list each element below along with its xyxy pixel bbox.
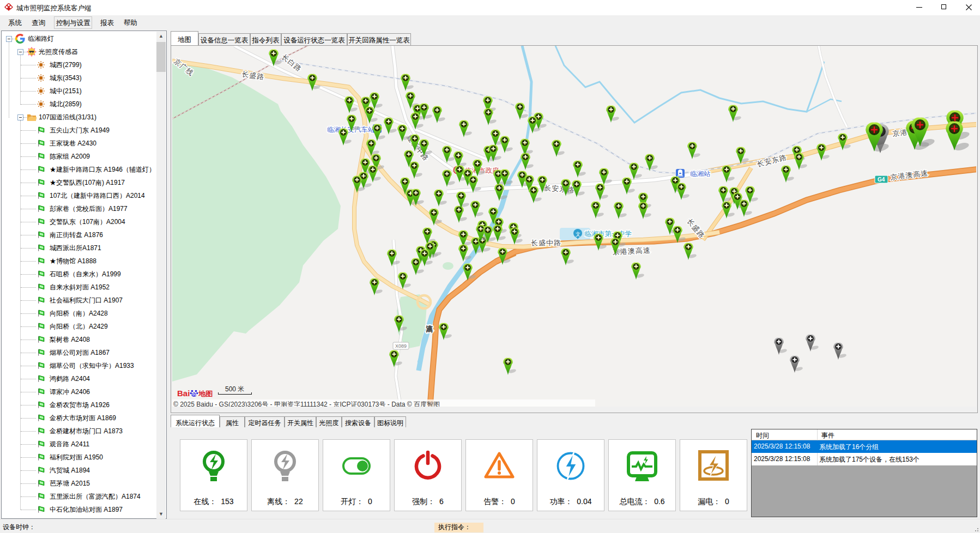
svg-text:临湘站: 临湘站 (690, 170, 711, 178)
svg-text:长盛中路: 长盛中路 (531, 239, 561, 247)
svg-text:临湘市第一中学: 临湘市第一中学 (584, 230, 632, 238)
svg-text:X089: X089 (395, 343, 407, 349)
svg-text:du: du (192, 392, 197, 396)
svg-text:文: 文 (576, 231, 581, 237)
svg-text:G4: G4 (878, 177, 885, 183)
